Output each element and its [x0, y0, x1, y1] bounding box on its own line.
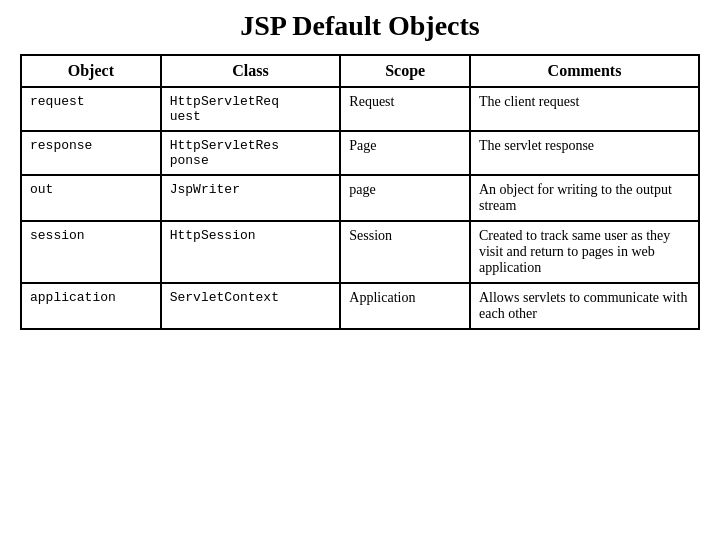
- cell-scope: page: [340, 175, 470, 221]
- cell-comments: The servlet response: [470, 131, 699, 175]
- table-header-row: Object Class Scope Comments: [21, 55, 699, 87]
- header-scope: Scope: [340, 55, 470, 87]
- table-row: applicationServletContextApplicationAllo…: [21, 283, 699, 329]
- cell-comments: Allows servlets to communicate with each…: [470, 283, 699, 329]
- cell-class: HttpServletRequest: [161, 87, 341, 131]
- cell-class: JspWriter: [161, 175, 341, 221]
- jsp-objects-table: Object Class Scope Comments requestHttpS…: [20, 54, 700, 330]
- cell-object: application: [21, 283, 161, 329]
- cell-comments: The client request: [470, 87, 699, 131]
- cell-class: ServletContext: [161, 283, 341, 329]
- table-row: sessionHttpSessionSessionCreated to trac…: [21, 221, 699, 283]
- cell-class: HttpSession: [161, 221, 341, 283]
- header-comments: Comments: [470, 55, 699, 87]
- cell-object: session: [21, 221, 161, 283]
- cell-scope: Page: [340, 131, 470, 175]
- cell-scope: Application: [340, 283, 470, 329]
- table-row: requestHttpServletRequestRequestThe clie…: [21, 87, 699, 131]
- cell-scope: Request: [340, 87, 470, 131]
- header-object: Object: [21, 55, 161, 87]
- header-class: Class: [161, 55, 341, 87]
- cell-comments: An object for writing to the output stre…: [470, 175, 699, 221]
- page-title: JSP Default Objects: [240, 10, 480, 42]
- cell-object: request: [21, 87, 161, 131]
- cell-scope: Session: [340, 221, 470, 283]
- cell-object: out: [21, 175, 161, 221]
- cell-object: response: [21, 131, 161, 175]
- cell-class: HttpServletResponse: [161, 131, 341, 175]
- cell-comments: Created to track same user as they visit…: [470, 221, 699, 283]
- table-row: outJspWriterpageAn object for writing to…: [21, 175, 699, 221]
- table-row: responseHttpServletResponsePageThe servl…: [21, 131, 699, 175]
